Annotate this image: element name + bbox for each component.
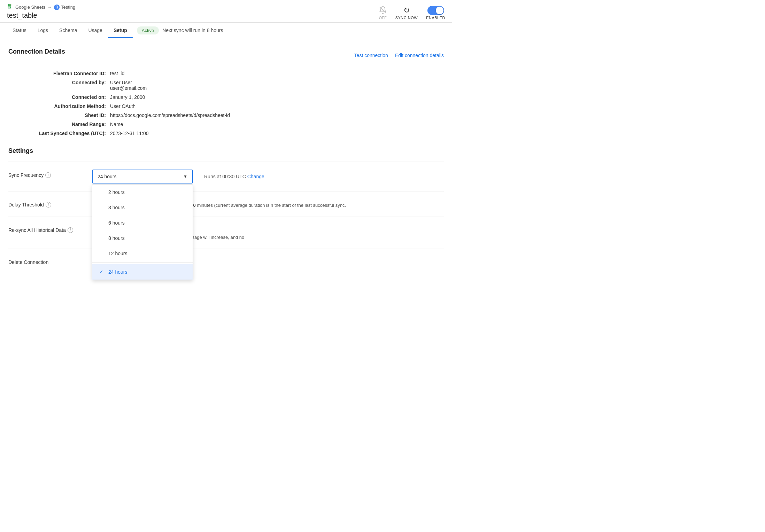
field-value-connected-by: User User user@email.com (110, 80, 444, 91)
field-value-last-synced: 2023-12-31 11:00 (110, 131, 444, 136)
delay-threshold-label: Delay Threshold i (8, 199, 85, 208)
settings-title: Settings (8, 147, 444, 155)
main-content: Connection Details Test connection Edit … (0, 38, 452, 290)
sync-frequency-dropdown[interactable]: 24 hours ▼ (92, 170, 193, 183)
toggle-knob (436, 7, 443, 14)
sync-frequency-row: Sync Frequency i 24 hours ▼ (8, 162, 444, 191)
svg-rect-3 (8, 6, 11, 7)
dropdown-option-8hours[interactable]: 8 hours (92, 230, 193, 246)
nav-tabs: Status Logs Schema Usage Setup Active Ne… (0, 23, 452, 38)
sync-frequency-dropdown-container: 24 hours ▼ 2 hours 3 hours (92, 170, 193, 183)
dropdown-option-2hours[interactable]: 2 hours (92, 185, 193, 200)
svg-rect-2 (9, 4, 11, 6)
settings-section: Settings Sync Frequency i 24 hours ▼ (8, 147, 444, 281)
resync-info-icon[interactable]: i (68, 227, 73, 233)
connection-details-grid: Fivetran Connector ID: test_id Connected… (36, 71, 444, 136)
delay-threshold-row: Delay Threshold i when the destination l… (8, 191, 444, 217)
option-24hours-label: 24 hours (108, 269, 127, 275)
field-value-named-range: Name (110, 122, 444, 127)
runs-at-text: Runs at 00:30 UTC Change (204, 174, 264, 179)
field-label-connected-by: Connected by: (36, 80, 106, 91)
tab-logs[interactable]: Logs (32, 23, 54, 38)
tab-schema[interactable]: Schema (54, 23, 83, 38)
breadcrumb: Google Sheets → Q Testing (7, 3, 75, 11)
edit-connection-button[interactable]: Edit connection details (395, 53, 444, 58)
sync-frequency-label: Sync Frequency i (8, 170, 85, 178)
next-sync-text: Next sync will run in 8 hours (162, 28, 223, 33)
option-6hours-label: 6 hours (108, 220, 125, 226)
status-badge: Active (137, 26, 159, 34)
check-icon-24h: ✓ (99, 269, 105, 275)
sync-icon: ↻ (403, 6, 410, 15)
enabled-toggle[interactable] (427, 6, 444, 15)
field-label-sheet-id: Sheet ID: (36, 112, 106, 118)
field-value-connector-id: test_id (110, 71, 444, 76)
bell-icon (379, 6, 387, 15)
sync-frequency-control: 24 hours ▼ 2 hours 3 hours (92, 170, 444, 183)
tab-usage[interactable]: Usage (83, 23, 108, 38)
resync-historical-row: Re-sync All Historical Data i ur source … (8, 217, 444, 249)
field-label-last-synced: Last Synced Changes (UTC): (36, 131, 106, 136)
connection-details-header: Connection Details Test connection Edit … (8, 48, 444, 62)
enabled-label: ENABLED (426, 16, 445, 20)
destination-icon: Q (54, 5, 60, 10)
chevron-down-icon: ▼ (183, 174, 187, 179)
page-title: test_table (7, 11, 75, 22)
delete-connection-label: Delete Connection (8, 257, 85, 265)
enabled-toggle-wrapper: ENABLED (426, 6, 445, 20)
dropdown-selected-value: 24 hours (98, 174, 116, 179)
svg-rect-5 (8, 7, 10, 8)
google-sheets-icon (7, 3, 13, 11)
field-value-sheet-id: https://docs.google.com/spreadsheets/d/s… (110, 112, 444, 118)
dropdown-option-6hours[interactable]: 6 hours (92, 215, 193, 230)
option-12hours-label: 12 hours (108, 251, 127, 256)
field-label-connector-id: Fivetran Connector ID: (36, 71, 106, 76)
field-label-auth-method: Authorization Method: (36, 103, 106, 109)
field-label-connected-on: Connected on: (36, 94, 106, 100)
app-container: Google Sheets → Q Testing test_table (0, 0, 452, 290)
delete-connection-row: Delete Connection eets connector google_… (8, 249, 444, 281)
field-label-named-range: Named Range: (36, 122, 106, 127)
svg-rect-4 (8, 7, 11, 7)
dropdown-option-24hours[interactable]: ✓ 24 hours (92, 264, 193, 280)
header: Google Sheets → Q Testing test_table (0, 0, 452, 23)
breadcrumb-app: Google Sheets (15, 5, 45, 10)
sync-frequency-info-icon[interactable]: i (45, 172, 51, 178)
breadcrumb-destination-name: Testing (61, 5, 75, 10)
header-right: OFF ↻ SYNC NOW ENABLED (379, 6, 445, 20)
connection-details-title: Connection Details (8, 48, 65, 55)
option-8hours-label: 8 hours (108, 235, 125, 241)
delay-threshold-info-icon[interactable]: i (46, 202, 51, 208)
test-connection-button[interactable]: Test connection (354, 53, 388, 58)
notifications-off[interactable]: OFF (379, 6, 387, 20)
field-value-connected-on: January 1, 2000 (110, 94, 444, 100)
breadcrumb-arrow: → (47, 5, 52, 10)
resync-historical-label: Re-sync All Historical Data i (8, 225, 85, 233)
sync-now-label: SYNC NOW (395, 16, 418, 20)
breadcrumb-destination: Q Testing (54, 5, 75, 10)
option-3hours-label: 3 hours (108, 205, 125, 210)
bell-label: OFF (379, 16, 387, 20)
header-left: Google Sheets → Q Testing test_table (7, 3, 75, 22)
sync-now-button[interactable]: ↻ SYNC NOW (395, 6, 418, 20)
field-value-auth-method: User OAuth (110, 103, 444, 109)
tab-status[interactable]: Status (7, 23, 32, 38)
option-2hours-label: 2 hours (108, 189, 125, 195)
connection-actions: Test connection Edit connection details (354, 53, 444, 58)
sync-frequency-dropdown-menu: 2 hours 3 hours 6 hours (92, 184, 193, 280)
tab-setup[interactable]: Setup (108, 23, 133, 38)
change-time-link[interactable]: Change (247, 174, 264, 179)
dropdown-option-3hours[interactable]: 3 hours (92, 200, 193, 215)
dropdown-option-12hours[interactable]: 12 hours (92, 246, 193, 261)
